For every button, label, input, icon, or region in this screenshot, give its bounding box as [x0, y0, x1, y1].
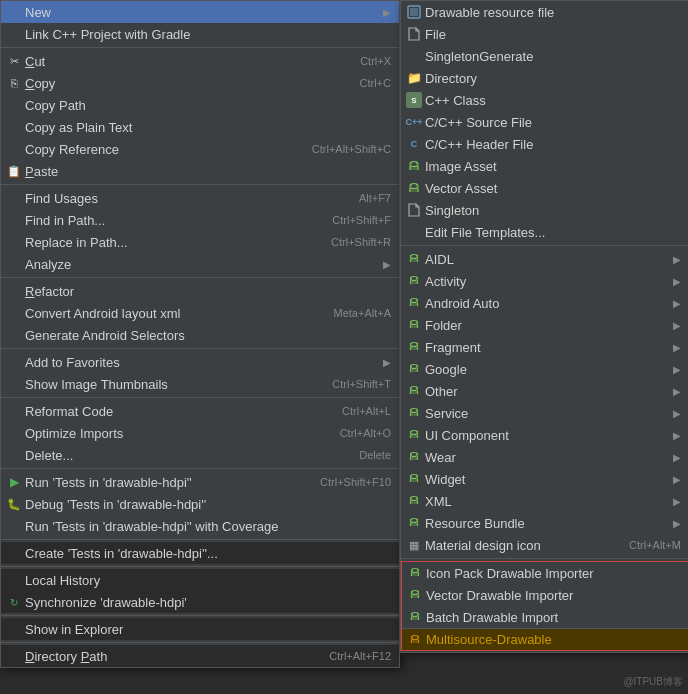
- menu-item-create-tests[interactable]: Create 'Tests in 'drawable-hdpi''...: [1, 542, 399, 564]
- submenu-item-xml[interactable]: XML ▶: [401, 490, 688, 512]
- menu-item-local-history[interactable]: Local History: [1, 569, 399, 591]
- menu-item-history-label: Local History: [25, 573, 391, 588]
- submenu-item-batch-drawable[interactable]: Batch Drawable Import: [402, 606, 688, 628]
- menu-item-replace-path[interactable]: Replace in Path... Ctrl+Shift+R: [1, 231, 399, 253]
- submenu-item-multisource[interactable]: Multisource-Drawable: [402, 628, 688, 650]
- submenu-item-android-auto-label: Android Auto: [425, 296, 665, 311]
- submenu-item-other[interactable]: Other ▶: [401, 380, 688, 402]
- submenu-item-folder[interactable]: Folder ▶: [401, 314, 688, 336]
- widget-arrow-icon: ▶: [673, 474, 681, 485]
- menu-item-refactor[interactable]: Refactor: [1, 280, 399, 302]
- submenu-item-edit-templates-label: Edit File Templates...: [425, 225, 681, 240]
- menu-item-show-explorer[interactable]: Show in Explorer: [1, 618, 399, 640]
- delete-icon: [6, 447, 22, 463]
- submenu-item-widget[interactable]: Widget ▶: [401, 468, 688, 490]
- submenu-new: Drawable resource file File SingletonGen…: [400, 0, 688, 653]
- submenu-item-image-asset[interactable]: Image Asset: [401, 155, 688, 177]
- svg-point-2: [410, 162, 418, 167]
- submenu-item-singleton[interactable]: Singleton: [401, 199, 688, 221]
- submenu-item-google[interactable]: Google ▶: [401, 358, 688, 380]
- menu-item-run-tests[interactable]: ▶ Run 'Tests in 'drawable-hdpi'' Ctrl+Sh…: [1, 471, 399, 493]
- menu-item-copy-plain[interactable]: Copy as Plain Text: [1, 116, 399, 138]
- submenu-item-directory[interactable]: 📁 Directory: [401, 67, 688, 89]
- reformat-icon: [6, 403, 22, 419]
- run-shortcut: Ctrl+Shift+F10: [320, 476, 391, 488]
- menu-item-find-usages[interactable]: Find Usages Alt+F7: [1, 187, 399, 209]
- menu-item-reformat[interactable]: Reformat Code Ctrl+Alt+L: [1, 400, 399, 422]
- submenu-item-activity[interactable]: Activity ▶: [401, 270, 688, 292]
- highlighted-section: Icon Pack Drawable Importer Vector Drawa…: [401, 561, 688, 651]
- copy-icon: ⎘: [6, 75, 22, 91]
- menu-item-generate-selectors[interactable]: Generate Android Selectors: [1, 324, 399, 346]
- image-asset-icon: [406, 158, 422, 174]
- submenu-item-android-auto[interactable]: Android Auto ▶: [401, 292, 688, 314]
- submenu-item-aidl[interactable]: AIDL ▶: [401, 248, 688, 270]
- submenu-item-vector-drawable-label: Vector Drawable Importer: [426, 588, 680, 603]
- submenu-item-material-design[interactable]: ▦ Material design icon Ctrl+Alt+M: [401, 534, 688, 556]
- submenu-item-service[interactable]: Service ▶: [401, 402, 688, 424]
- submenu-item-fragment[interactable]: Fragment ▶: [401, 336, 688, 358]
- submenu-item-file[interactable]: File: [401, 23, 688, 45]
- submenu-item-icon-pack[interactable]: Icon Pack Drawable Importer: [402, 562, 688, 584]
- submenu-item-cpp-source[interactable]: C++ C/C++ Source File: [401, 111, 688, 133]
- svg-point-85: [416, 497, 417, 498]
- submenu-item-resource-bundle[interactable]: Resource Bundle ▶: [401, 512, 688, 534]
- svg-rect-89: [410, 523, 418, 527]
- submenu-item-cpp-header[interactable]: C C/C++ Header File: [401, 133, 688, 155]
- svg-point-37: [416, 321, 417, 322]
- submenu-item-drawable-resource[interactable]: Drawable resource file: [401, 1, 688, 23]
- submenu-item-vector-drawable[interactable]: Vector Drawable Importer: [402, 584, 688, 606]
- submenu-item-edit-templates[interactable]: Edit File Templates...: [401, 221, 688, 243]
- submenu-item-icon-pack-label: Icon Pack Drawable Importer: [426, 566, 680, 581]
- svg-point-24: [411, 277, 412, 278]
- menu-item-show-thumbnails[interactable]: Show Image Thumbnails Ctrl+Shift+T: [1, 373, 399, 395]
- menu-item-link-cpp[interactable]: Link C++ Project with Gradle: [1, 23, 399, 45]
- other-icon: [406, 383, 422, 399]
- submenu-item-ui-component[interactable]: UI Component ▶: [401, 424, 688, 446]
- menu-item-copy-label: Copy: [25, 76, 340, 91]
- menu-item-analyze[interactable]: Analyze ▶: [1, 253, 399, 275]
- thumbnails-shortcut: Ctrl+Shift+T: [332, 378, 391, 390]
- resource-bundle-arrow-icon: ▶: [673, 518, 681, 529]
- sync-icon: ↻: [6, 594, 22, 610]
- menu-item-synchronize[interactable]: ↻ Synchronize 'drawable-hdpi': [1, 591, 399, 613]
- menu-item-new[interactable]: New ▶: [1, 1, 399, 23]
- menu-item-sync-label: Synchronize 'drawable-hdpi': [25, 595, 391, 610]
- menu-item-copy[interactable]: ⎘ Copy Ctrl+C: [1, 72, 399, 94]
- menu-item-convert-layout[interactable]: Convert Android layout xml Meta+Alt+A: [1, 302, 399, 324]
- submenu-item-cpp-class[interactable]: S C++ Class: [401, 89, 688, 111]
- menu-item-run-coverage[interactable]: Run 'Tests in 'drawable-hdpi'' with Cove…: [1, 515, 399, 537]
- submenu-item-singleton-generate[interactable]: SingletonGenerate: [401, 45, 688, 67]
- xml-arrow-icon: ▶: [673, 496, 681, 507]
- menu-item-optimize[interactable]: Optimize Imports Ctrl+Alt+O: [1, 422, 399, 444]
- menu-item-copy-ref[interactable]: Copy Reference Ctrl+Alt+Shift+C: [1, 138, 399, 160]
- menu-item-dir-path[interactable]: Directory Path Ctrl+Alt+F12: [1, 645, 399, 667]
- folder-arrow-icon: ▶: [673, 320, 681, 331]
- menu-item-find-usages-label: Find Usages: [25, 191, 339, 206]
- submenu-item-vector-asset[interactable]: Vector Asset: [401, 177, 688, 199]
- menu-item-find-path[interactable]: Find in Path... Ctrl+Shift+F: [1, 209, 399, 231]
- ui-component-arrow-icon: ▶: [673, 430, 681, 441]
- svg-point-55: [416, 387, 417, 388]
- menu-item-copy-path[interactable]: Copy Path: [1, 94, 399, 116]
- submenu-item-wear[interactable]: Wear ▶: [401, 446, 688, 468]
- reformat-shortcut: Ctrl+Alt+L: [342, 405, 391, 417]
- svg-rect-1: [410, 8, 418, 16]
- menu-item-cut[interactable]: ✂ Cut Ctrl+X: [1, 50, 399, 72]
- menu-item-dir-label: Directory Path: [25, 649, 309, 664]
- vector-drawable-icon: [407, 587, 423, 603]
- cut-shortcut: Ctrl+X: [360, 55, 391, 67]
- folder-submenu-icon: [406, 317, 422, 333]
- menu-item-add-favorites[interactable]: Add to Favorites ▶: [1, 351, 399, 373]
- menu-item-debug-tests[interactable]: 🐛 Debug 'Tests in 'drawable-hdpi'': [1, 493, 399, 515]
- menu-item-delete[interactable]: Delete... Delete: [1, 444, 399, 466]
- svg-point-13: [416, 184, 418, 186]
- submenu-item-other-label: Other: [425, 384, 665, 399]
- submenu-item-service-label: Service: [425, 406, 665, 421]
- menu-item-delete-label: Delete...: [25, 448, 339, 463]
- submenu-item-fragment-label: Fragment: [425, 340, 665, 355]
- submenu-item-image-asset-label: Image Asset: [425, 159, 681, 174]
- menu-item-paste[interactable]: 📋 Paste: [1, 160, 399, 182]
- wear-arrow-icon: ▶: [673, 452, 681, 463]
- activity-arrow-icon: ▶: [673, 276, 681, 287]
